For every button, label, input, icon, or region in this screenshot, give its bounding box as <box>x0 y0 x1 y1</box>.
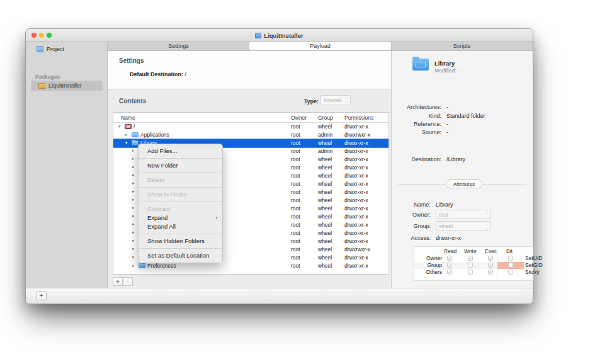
sidebar-item-project[interactable]: Project <box>37 46 64 52</box>
menu-item-show-hidden-folders[interactable]: Show Hidden Folders <box>139 237 222 246</box>
row-owner: root <box>291 181 300 187</box>
chevron-right-icon[interactable]: ▸ <box>132 213 137 219</box>
read-checkbox[interactable]: ✓ <box>447 263 452 268</box>
inspector-title: Library <box>434 60 455 67</box>
row-permissions: drwxr-xr-x <box>344 222 368 228</box>
read-checkbox[interactable]: ✓ <box>447 256 452 261</box>
menu-item-expand[interactable]: Expand› <box>139 213 222 222</box>
bit-checkbox[interactable] <box>508 270 513 275</box>
column-header-owner[interactable]: Owner <box>291 115 307 121</box>
group-dropdown[interactable]: wheel ⌃⌄ <box>436 221 491 230</box>
chevron-right-icon[interactable]: ▸ <box>132 263 137 268</box>
package-icon <box>38 83 45 89</box>
chevron-updown-icon: ⌃⌄ <box>346 98 348 103</box>
row-group: wheel <box>318 213 332 220</box>
row-permissions: drwxr-xr-x <box>344 197 368 203</box>
menu-item-contract: Contract <box>139 205 222 213</box>
table-row[interactable]: ▸Applicationsrootadmindrwxrwxr-x <box>113 131 389 139</box>
perm-col-read: Read <box>444 248 457 254</box>
chevron-down-icon[interactable]: ▾ <box>118 124 123 129</box>
exec-checkbox[interactable]: ✓ <box>488 270 493 275</box>
group-dropdown-value: wheel <box>439 223 453 229</box>
permission-row-group: Group✓✓SetGID <box>414 262 533 269</box>
row-group: wheel <box>318 246 332 253</box>
menu-item-set-as-default-location[interactable]: Set as Default Location <box>139 251 222 260</box>
row-permissions: drwxr-xr-x <box>344 164 368 171</box>
chevron-right-icon[interactable]: ▸ <box>132 205 137 210</box>
add-package-button[interactable]: + <box>36 291 47 300</box>
sidebar-project-label: Project <box>47 46 64 52</box>
chevron-right-icon[interactable]: ▸ <box>132 222 137 227</box>
row-group: wheel <box>318 181 332 187</box>
permission-row-others: Others✓✓Sticky <box>414 269 533 276</box>
column-header-name[interactable]: Name <box>121 115 135 121</box>
folder-icon <box>412 59 429 71</box>
chevron-down-icon[interactable]: ▾ <box>125 140 130 145</box>
type-dropdown[interactable]: Internal ⌃⌄ <box>321 95 351 105</box>
bit-checkbox[interactable] <box>508 263 513 268</box>
write-checkbox[interactable]: ✓ <box>468 256 473 261</box>
computer-icon <box>125 124 132 129</box>
chevron-right-icon[interactable]: ▸ <box>132 148 137 153</box>
sidebar-item-package[interactable]: LiquitInstaller <box>31 81 103 91</box>
row-group: wheel <box>318 189 332 195</box>
row-owner: root <box>291 164 300 171</box>
chevron-right-icon[interactable]: ▸ <box>132 238 137 243</box>
menu-item-add-files[interactable]: Add Files... <box>139 147 222 156</box>
chevron-right-icon[interactable]: ▸ <box>132 164 137 169</box>
attributes-tab-button[interactable]: Attributes <box>446 179 482 188</box>
chevron-right-icon[interactable]: ▸ <box>132 246 137 251</box>
title-bar[interactable]: LiquitInstaller <box>26 29 533 42</box>
bit-checkbox[interactable] <box>508 256 513 261</box>
field-label: Source: <box>422 129 441 135</box>
chevron-right-icon[interactable]: ▸ <box>132 173 137 178</box>
menu-separator <box>139 248 222 249</box>
write-checkbox[interactable] <box>468 263 473 268</box>
add-row-button[interactable]: + <box>113 277 123 286</box>
field-label: Architectures: <box>407 104 441 110</box>
chevron-right-icon[interactable]: ▸ <box>132 197 137 202</box>
perm-row-label: Group <box>427 262 442 268</box>
read-checkbox[interactable]: ✓ <box>447 270 452 275</box>
row-permissions: drwxr-xr-x <box>344 254 368 261</box>
tab-payload[interactable]: Payload <box>249 42 391 50</box>
exec-checkbox[interactable]: ✓ <box>488 256 493 261</box>
folder-icon <box>139 263 145 268</box>
field-value: - <box>446 129 448 135</box>
submenu-arrow-icon: › <box>215 213 217 222</box>
inspector-panel: Library Modified: - Architectures:-Kind:… <box>391 51 533 288</box>
row-permissions: drwxr-xr-x <box>344 148 368 154</box>
write-checkbox[interactable] <box>468 270 473 275</box>
owner-dropdown[interactable]: root ⌃⌄ <box>436 210 491 219</box>
row-group: wheel <box>318 205 332 212</box>
settings-section-header: Settings <box>119 57 144 64</box>
exec-checkbox[interactable]: ✓ <box>488 263 493 268</box>
chevron-right-icon[interactable]: ▸ <box>132 189 137 194</box>
row-group: wheel <box>318 230 332 236</box>
column-header-group[interactable]: Group <box>318 115 333 121</box>
chevron-right-icon[interactable]: ▸ <box>132 254 137 259</box>
bottom-bar: + <box>26 288 533 304</box>
menu-separator <box>139 158 222 159</box>
row-group: wheel <box>318 164 332 171</box>
default-destination-label: Default Destination: <box>130 71 183 77</box>
menu-item-expand-all[interactable]: Expand All <box>139 222 222 231</box>
chevron-right-icon[interactable]: ▸ <box>132 230 137 235</box>
menu-item-new-folder[interactable]: New Folder <box>139 161 222 170</box>
remove-row-button[interactable]: − <box>123 277 133 286</box>
chevron-right-icon[interactable]: ▸ <box>125 132 130 137</box>
chevron-updown-icon: ⌃⌄ <box>486 224 489 229</box>
row-permissions: drwxr-xr-x <box>344 173 368 179</box>
row-name: Applications <box>140 132 169 138</box>
chevron-updown-icon: ⌃⌄ <box>486 212 489 217</box>
owner-label: Owner: <box>412 212 431 218</box>
chevron-right-icon[interactable]: ▸ <box>132 181 137 186</box>
chevron-right-icon[interactable]: ▸ <box>132 156 137 161</box>
table-row[interactable]: ▾/rootwheeldrwxr-xr-x <box>113 123 389 131</box>
folder-icon <box>132 132 139 137</box>
contents-section-header: Contents <box>119 98 146 105</box>
row-permissions: drwxr-xr-x <box>344 213 368 220</box>
tab-scripts[interactable]: Scripts <box>391 42 533 50</box>
tab-settings[interactable]: Settings <box>108 42 249 50</box>
column-header-permissions[interactable]: Permissions <box>344 115 373 121</box>
